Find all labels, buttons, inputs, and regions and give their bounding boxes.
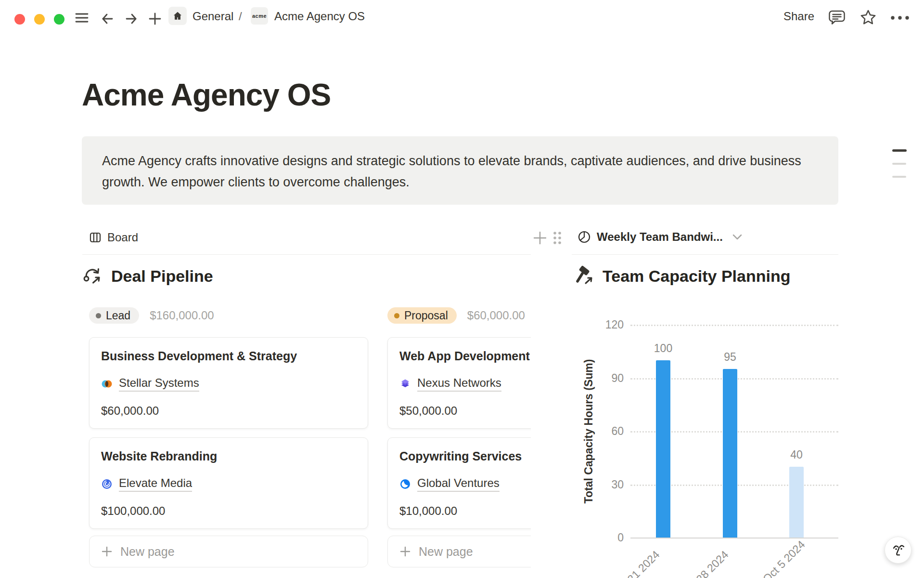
toc-dash-active[interactable] — [892, 149, 907, 152]
page-icon-badge[interactable]: acme — [251, 7, 268, 25]
y-tick-90: 90 — [572, 371, 624, 385]
favorite-button[interactable] — [860, 9, 877, 26]
toc-dash[interactable] — [892, 176, 906, 178]
client-link[interactable]: Stellar Systems — [119, 376, 199, 392]
card-amount: $10,000.00 — [399, 504, 457, 518]
hamburger-icon — [75, 12, 89, 24]
bar-21-2024[interactable] — [656, 360, 670, 538]
bar-value-label: 100 — [634, 342, 692, 355]
breadcrumb-separator: / — [239, 10, 242, 23]
plus-icon — [101, 546, 113, 557]
x-axis-line — [630, 538, 838, 539]
star-icon — [860, 9, 877, 26]
card-copywriting-services[interactable]: Copywriting Services Global Ventures $10… — [387, 437, 531, 529]
forward-button[interactable] — [124, 12, 139, 26]
notion-ai-button[interactable] — [885, 537, 911, 564]
plus-icon — [532, 230, 548, 246]
arrow-right-icon — [124, 12, 139, 26]
y-tick-60: 60 — [572, 424, 624, 438]
plus-icon — [148, 12, 162, 26]
card-client-row: Global Ventures — [399, 476, 500, 492]
share-button[interactable]: Share — [783, 10, 814, 23]
table-of-contents-indicator[interactable] — [892, 149, 907, 178]
board-view-icon — [89, 231, 102, 244]
home-button[interactable] — [168, 7, 187, 25]
callout-block[interactable]: Acme Agency crafts innovative designs an… — [82, 136, 838, 205]
y-tick-120: 120 — [572, 318, 624, 331]
deal-pipeline-title[interactable]: Deal Pipeline — [111, 267, 213, 286]
sidebar-menu-button[interactable] — [75, 12, 89, 24]
client-link[interactable]: Global Ventures — [417, 476, 500, 492]
pipeline-linked-db-icon — [82, 265, 104, 287]
x-tick-1: 21 2024 — [625, 548, 662, 578]
topbar: General / acme Acme Agency OS Share — [0, 0, 924, 31]
card-title: Website Rebranding — [101, 449, 217, 463]
back-button[interactable] — [100, 12, 115, 26]
global-ventures-logo — [399, 478, 411, 490]
card-title: Copywriting Services — [399, 449, 522, 463]
home-icon — [172, 11, 183, 21]
card-client-row: Stellar Systems — [101, 376, 199, 392]
card-client-row: Elevate Media — [101, 476, 192, 492]
drag-handle[interactable] — [552, 230, 563, 247]
team-capacity-chart-panel: Weekly Team Bandwi... Team Capacity Plan… — [572, 223, 838, 578]
client-link[interactable]: Nexus Networks — [417, 376, 501, 392]
status-dot — [96, 313, 101, 318]
new-page-button[interactable]: New page — [89, 536, 368, 567]
status-pill-proposal[interactable]: Proposal — [387, 307, 457, 324]
x-tick-3: Oct 5 2024 — [760, 538, 808, 578]
status-pill-label: Lead — [106, 309, 130, 322]
y-tick-0: 0 — [572, 531, 624, 544]
new-page-label: New page — [419, 545, 473, 559]
toc-dash[interactable] — [892, 163, 906, 165]
bar-Oct-5-2024[interactable] — [789, 467, 804, 538]
comments-button[interactable] — [828, 9, 846, 26]
callout-text: Acme Agency crafts innovative designs an… — [102, 150, 818, 193]
card-amount: $100,000.00 — [101, 504, 165, 518]
status-dot — [394, 313, 399, 318]
board-view-label: Board — [107, 231, 138, 244]
group-header-lead: Lead $160,000.00 — [89, 307, 368, 324]
page-title[interactable]: Acme Agency OS — [82, 77, 331, 113]
bar-value-label: 95 — [701, 351, 759, 364]
capacity-chart-plot: 0306090120100954021 202428 2024Oct 5 202… — [572, 223, 838, 578]
breadcrumb-page[interactable]: Acme Agency OS — [274, 10, 365, 23]
card-title: Web App Development — [399, 349, 530, 363]
board-column-proposal: Proposal $60,000.00 Web App Development … — [387, 307, 531, 567]
board-view-tabs: Board — [82, 223, 531, 255]
new-page-topbar-button[interactable] — [148, 12, 162, 26]
notion-ai-face-icon — [890, 542, 906, 558]
x-tick-2: 28 2024 — [693, 548, 731, 578]
board-column-lead: Lead $160,000.00 Business Development & … — [89, 307, 368, 567]
bar-28-2024[interactable] — [723, 369, 737, 538]
gridline-y120 — [630, 325, 838, 326]
group-sum: $160,000.00 — [150, 309, 214, 322]
ellipsis-icon — [890, 15, 911, 20]
arrow-left-icon — [100, 12, 115, 26]
drag-handle-icon — [552, 230, 563, 246]
window-zoom-button[interactable] — [54, 14, 64, 25]
client-link[interactable]: Elevate Media — [119, 476, 192, 492]
new-page-label: New page — [120, 545, 175, 559]
tab-board-view[interactable]: Board — [86, 229, 141, 246]
card-amount: $60,000.00 — [101, 404, 159, 418]
window-close-button[interactable] — [14, 14, 25, 25]
breadcrumb-section[interactable]: General — [192, 10, 233, 23]
status-pill-lead[interactable]: Lead — [89, 307, 139, 324]
window-minimize-button[interactable] — [34, 14, 45, 25]
status-pill-label: Proposal — [404, 309, 448, 322]
group-header-proposal: Proposal $60,000.00 — [387, 307, 531, 324]
new-page-button[interactable]: New page — [387, 536, 531, 567]
comment-icon — [828, 9, 846, 26]
card-client-row: Nexus Networks — [399, 376, 501, 392]
add-block-button[interactable] — [532, 230, 548, 247]
nexus-networks-logo — [399, 378, 411, 390]
card-website-rebranding[interactable]: Website Rebranding Elevate Media $100,00… — [89, 437, 368, 529]
card-business-development[interactable]: Business Development & Strategy Stellar … — [89, 337, 368, 429]
elevate-media-logo — [101, 478, 113, 490]
plus-icon — [399, 546, 411, 557]
deal-pipeline-heading: Deal Pipeline — [82, 265, 213, 287]
more-options-button[interactable] — [890, 15, 911, 20]
card-title: Business Development & Strategy — [101, 349, 297, 363]
card-web-app-development[interactable]: Web App Development Nexus Networks $50,0… — [387, 337, 531, 429]
